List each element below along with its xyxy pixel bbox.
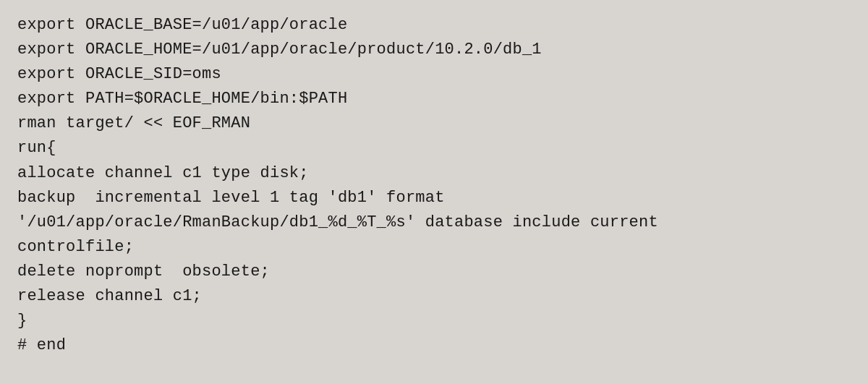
code-line-7: allocate channel c1 type disk; [17, 161, 851, 186]
code-line-2: export ORACLE_HOME=/u01/app/oracle/produ… [17, 38, 851, 62]
code-line-4: export PATH=$ORACLE_HOME/bin:$PATH [17, 87, 851, 111]
code-line-12: release channel c1; [17, 284, 851, 309]
code-line-5: rman target/ << EOF_RMAN [17, 111, 851, 136]
code-line-1: export ORACLE_BASE=/u01/app/oracle [17, 13, 851, 38]
code-line-11: delete noprompt obsolete; [17, 260, 851, 284]
code-block: export ORACLE_BASE=/u01/app/oracle expor… [0, 0, 868, 384]
code-line-10: controlfile; [17, 235, 851, 260]
code-line-14: # end [17, 333, 851, 358]
code-line-8: backup incremental level 1 tag 'db1' for… [17, 186, 851, 210]
code-line-13: } [17, 309, 851, 333]
code-line-9: '/u01/app/oracle/RmanBackup/db1_%d_%T_%s… [17, 210, 851, 235]
code-line-3: export ORACLE_SID=oms [17, 62, 851, 87]
code-line-6: run{ [17, 136, 851, 161]
